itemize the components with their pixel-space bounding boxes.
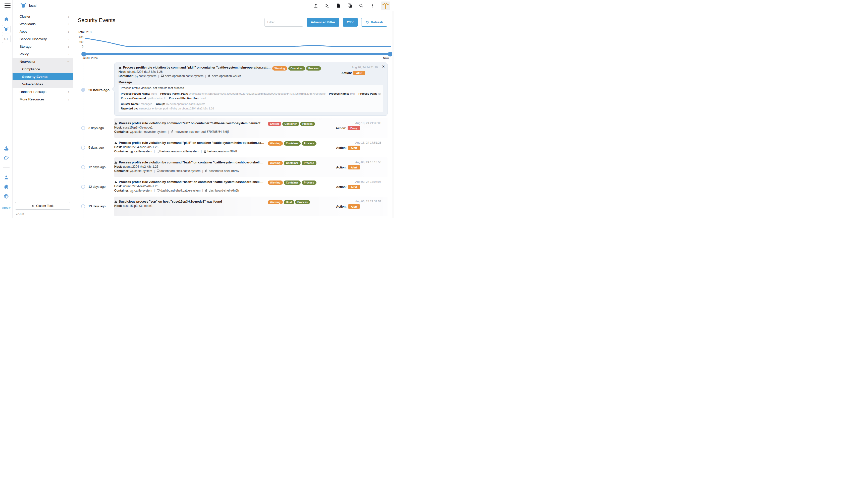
message-fields: Process Command:pkill -x kubectlProcess …	[121, 96, 381, 100]
sidebar-item-policy[interactable]: Policy›	[12, 50, 73, 58]
sidebar-item-label: Security Events	[22, 75, 48, 78]
field-value: managed	[141, 102, 152, 105]
tag-badge: Container	[284, 141, 301, 146]
action-badge: Deny	[348, 126, 360, 130]
user-icon[interactable]	[0, 175, 12, 180]
field-value: neuvector-enforcer-pod-m5vhq on ubuntu22…	[139, 107, 214, 110]
sidebar-item-workloads[interactable]: Workloads›	[12, 20, 73, 28]
cluster-tools-button[interactable]: Cluster Tools	[15, 202, 70, 210]
workload-icon	[156, 189, 160, 192]
field-value: pkill -x kubectl	[148, 97, 165, 100]
event-row-main: Process profile rule violation by comman…	[114, 177, 388, 197]
kebab-menu-icon[interactable]	[370, 3, 375, 8]
extensions-puzzle-icon[interactable]	[0, 184, 12, 190]
event-container: Container:{≡}cattle-system|dashboard-she…	[114, 169, 265, 173]
sidebar-item-apps[interactable]: Apps›	[12, 28, 73, 35]
user-avatar[interactable]	[381, 1, 390, 10]
sidebar-item-label: Compliance	[22, 67, 40, 71]
sidebar-item-label: Rancher Backups	[20, 90, 46, 94]
severity-badge: Warning	[268, 141, 283, 146]
header-action-icons	[313, 3, 375, 8]
event-timestamp: Aug 20, 24 14:31:10	[320, 66, 383, 69]
action-badge: Alert	[348, 146, 360, 150]
cluster-tools-label: Cluster Tools	[36, 204, 54, 207]
warning-icon	[119, 66, 122, 69]
sidebar-item-security-events[interactable]: Security Events	[12, 73, 73, 80]
action-badge: Alert	[348, 165, 360, 169]
tag-badge: Process	[306, 66, 321, 70]
severity-badge: Warning	[268, 161, 283, 165]
upload-icon[interactable]	[313, 3, 318, 8]
rancher-bull-icon[interactable]	[0, 25, 12, 33]
file-icon[interactable]	[336, 3, 341, 8]
sidebar-item-cluster[interactable]: Cluster›	[12, 12, 73, 20]
namespace-icon: {≡}	[135, 75, 138, 78]
search-icon[interactable]	[359, 3, 364, 8]
event-badges: WarningHostProcess	[268, 197, 316, 216]
field-value: root	[201, 97, 206, 100]
event-badges: WarningContainerProcess	[268, 138, 316, 157]
hamburger-menu-icon[interactable]	[4, 3, 10, 8]
warning-icon	[114, 181, 117, 184]
event-badges: CriticalContainerProcess	[268, 118, 316, 138]
sidebar-item-storage[interactable]: Storage›	[12, 43, 73, 50]
event-right-col: Aug 09, 24 16:04:07Action:Alert	[316, 177, 388, 197]
event-time-col: 13 days ago	[73, 197, 114, 216]
slider-track[interactable]	[84, 53, 390, 55]
security-event-row[interactable]: 3 days agoProcess profile rule violation…	[73, 118, 394, 138]
cluster-brand[interactable]: local	[20, 2, 36, 9]
security-event-row[interactable]: 12 days agoProcess profile rule violatio…	[73, 157, 394, 177]
event-row-main: Suspicious process "scp" on host "suse15…	[114, 197, 388, 216]
pod-icon	[171, 130, 174, 133]
refresh-icon	[366, 20, 369, 24]
sidebar-item-more-resources[interactable]: More Resources›	[12, 95, 73, 103]
advanced-filter-button[interactable]: Advanced Filter	[307, 18, 339, 27]
pod-icon	[208, 74, 211, 77]
chevron-right-icon: ›	[68, 37, 69, 41]
event-time-col: 12 days ago	[73, 157, 114, 177]
refresh-button[interactable]: Refresh	[361, 18, 387, 27]
pipe-separator: |	[154, 150, 155, 153]
event-right-col: Aug 20, 24 14:31:10Action:Alert	[320, 66, 383, 78]
close-icon[interactable]: ×	[382, 64, 385, 69]
event-host: Host:ubuntu2204-rke2-k8s-1.26	[114, 185, 265, 188]
event-badges: WarningContainerProcess	[268, 177, 316, 197]
harvester-icon[interactable]	[0, 155, 12, 160]
sidebar-item-label: Apps	[20, 30, 27, 33]
slider-handle-start[interactable]	[82, 52, 86, 57]
kubectl-shell-icon[interactable]	[325, 3, 330, 8]
sidebar-item-vulnerabilities[interactable]: Vulnerabilities	[12, 80, 73, 88]
sidebar-item-compliance[interactable]: Compliance	[12, 65, 73, 73]
sidebar-item-neuvector[interactable]: NeuVector›	[12, 58, 73, 65]
timeline-dot	[81, 165, 85, 169]
tag-badge: Process	[302, 141, 316, 146]
message-text: Process profile violation, not from its …	[121, 86, 381, 90]
vertical-scrollbar[interactable]	[392, 11, 394, 218]
security-event-row[interactable]: 5 days agoProcess profile rule violation…	[73, 138, 394, 157]
pipe-separator: |	[205, 74, 206, 78]
home-icon[interactable]	[0, 17, 12, 22]
sidebar-item-rancher-backups[interactable]: Rancher Backups›	[12, 88, 73, 95]
c1-cluster-badge[interactable]: C1	[0, 35, 12, 43]
about-link[interactable]: About	[0, 206, 12, 210]
security-event-row[interactable]: 20 hours ago×Process profile rule violat…	[73, 62, 394, 118]
event-title-text: Process profile rule violation by comman…	[119, 180, 265, 184]
workload-icon	[156, 169, 160, 172]
sidebar-item-service-discovery[interactable]: Service Discovery›	[12, 35, 73, 43]
event-relative-time: 13 days ago	[88, 204, 105, 208]
fleet-sailboat-icon[interactable]	[0, 146, 12, 151]
security-event-row[interactable]: 13 days agoSuspicious process "scp" on h…	[73, 197, 394, 216]
event-host: Host:suse15sp3-k3s-node1	[114, 204, 265, 207]
event-right-col: Aug 18, 24 21:30:08Action:Deny	[316, 118, 388, 138]
event-detail-card: ×Process profile rule violation by comma…	[114, 63, 388, 116]
csv-button[interactable]: CSV	[343, 18, 358, 27]
event-row-main: Process profile rule violation by comman…	[114, 118, 388, 138]
copy-kubeconfig-icon[interactable]	[347, 3, 352, 8]
slider-handle-end[interactable]	[388, 52, 393, 57]
event-timestamp: Aug 08, 24 22:31:57	[316, 200, 381, 203]
security-event-row[interactable]: 12 days agoProcess profile rule violatio…	[73, 177, 394, 197]
severity-badge: Critical	[268, 122, 281, 126]
globe-icon[interactable]	[0, 194, 12, 199]
sidebar-item-label: NeuVector	[20, 60, 35, 64]
filter-input[interactable]	[265, 18, 303, 27]
